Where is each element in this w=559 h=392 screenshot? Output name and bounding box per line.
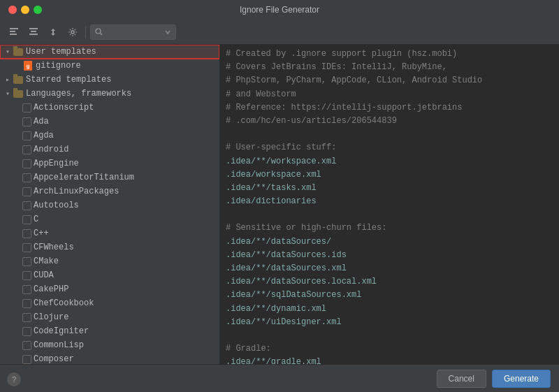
code-line: .idea/dictionaries bbox=[226, 195, 553, 208]
generate-button[interactable]: Generate bbox=[492, 370, 551, 388]
codeigniter-label: CodeIgniter bbox=[34, 326, 89, 336]
tree-item-appceleratortitanium[interactable]: AppceleratorTitanium bbox=[0, 170, 219, 184]
code-line: .idea/**/dataSources.ids bbox=[226, 249, 553, 262]
tree-item-gitignore[interactable]: g gitignore bbox=[0, 59, 219, 73]
folder-icon-user-templates bbox=[13, 46, 24, 57]
expand-all-button[interactable] bbox=[25, 24, 42, 41]
code-line: # User-specific stuff: bbox=[226, 141, 553, 154]
cfwheels-label: CFWheels bbox=[34, 242, 74, 252]
checkbox-appceleratortitanium[interactable] bbox=[22, 173, 31, 182]
tree-item-ada[interactable]: Ada bbox=[0, 115, 219, 129]
tree-item-android[interactable]: Android bbox=[0, 143, 219, 157]
checkbox-ada[interactable] bbox=[22, 117, 31, 126]
code-line: .idea/workspace.xml bbox=[226, 168, 553, 182]
checkbox-cakephp[interactable] bbox=[22, 285, 31, 294]
tree-item-agda[interactable]: Agda bbox=[0, 129, 219, 143]
tree-item-cfwheels[interactable]: CFWheels bbox=[0, 240, 219, 254]
code-line: .idea/**/sqlDataSources.xml bbox=[226, 289, 553, 302]
code-line: # Gradle: bbox=[226, 342, 553, 356]
code-line: .idea/**/tasks.xml bbox=[226, 182, 553, 195]
code-line: # Covers JetBrains IDEs: IntelliJ, RubyM… bbox=[226, 61, 553, 74]
checkbox-commonlisp[interactable] bbox=[22, 341, 31, 350]
search-input[interactable] bbox=[106, 27, 161, 37]
scroll-button[interactable] bbox=[45, 24, 61, 41]
tree-item-autotools[interactable]: Autotools bbox=[0, 198, 219, 212]
traffic-lights bbox=[8, 6, 42, 14]
checkbox-android[interactable] bbox=[22, 145, 31, 154]
tree-item-chefcookbook[interactable]: ChefCookbook bbox=[0, 296, 219, 310]
checkbox-cmake[interactable] bbox=[22, 257, 31, 266]
settings-button[interactable] bbox=[64, 24, 81, 41]
tree-item-cpp[interactable]: C++ bbox=[0, 226, 219, 240]
tree-item-c[interactable]: C bbox=[0, 212, 219, 226]
tree-item-languages[interactable]: Languages, frameworks bbox=[0, 87, 219, 101]
toolbar bbox=[0, 20, 559, 45]
tree-arrow-user-templates bbox=[3, 47, 13, 57]
cpp-label: C++ bbox=[34, 228, 49, 238]
code-line: .idea/**/gradle.xml bbox=[226, 356, 553, 364]
svg-rect-4 bbox=[31, 31, 36, 32]
checkbox-cuda[interactable] bbox=[22, 271, 31, 280]
code-line: # and Webstorm bbox=[226, 88, 553, 101]
cuda-label: CUDA bbox=[34, 270, 54, 280]
checkbox-c[interactable] bbox=[22, 215, 31, 224]
tree-item-user-templates[interactable]: User templates bbox=[0, 45, 219, 59]
cakephp-label: CakePHP bbox=[34, 284, 68, 294]
checkbox-cfwheels[interactable] bbox=[22, 243, 31, 252]
svg-rect-3 bbox=[29, 28, 38, 29]
checkbox-cpp[interactable] bbox=[22, 229, 31, 238]
checkbox-appengine[interactable] bbox=[22, 159, 31, 168]
tree-item-cakephp[interactable]: CakePHP bbox=[0, 282, 219, 296]
checkbox-clojure[interactable] bbox=[22, 313, 31, 322]
tree-item-appengine[interactable]: AppEngine bbox=[0, 157, 219, 170]
help-button[interactable]: ? bbox=[7, 372, 21, 386]
tree-item-cuda[interactable]: CUDA bbox=[0, 268, 219, 282]
clojure-label: Clojure bbox=[34, 312, 68, 322]
search-dropdown-icon[interactable] bbox=[164, 29, 171, 36]
tree-item-codeigniter[interactable]: CodeIgniter bbox=[0, 324, 219, 338]
appceleratortitanium-label: AppceleratorTitanium bbox=[34, 173, 134, 182]
chefcookbook-label: ChefCookbook bbox=[34, 298, 94, 308]
file-git-icon: g bbox=[22, 60, 34, 71]
maximize-button[interactable] bbox=[34, 6, 42, 14]
tree-item-clojure[interactable]: Clojure bbox=[0, 310, 219, 324]
main-container: User templates g gitignore Starred templ… bbox=[0, 20, 559, 392]
code-line: .idea/**/uiDesigner.xml bbox=[226, 316, 553, 329]
tree-item-commonlisp[interactable]: CommonLisp bbox=[0, 338, 219, 352]
appengine-label: AppEngine bbox=[34, 159, 79, 168]
composer-label: Composer bbox=[34, 354, 74, 364]
code-line bbox=[226, 208, 553, 222]
svg-rect-6 bbox=[52, 31, 54, 34]
search-icon bbox=[95, 28, 103, 36]
checkbox-autotools[interactable] bbox=[22, 201, 31, 210]
tree-item-starred-templates[interactable]: Starred templates bbox=[0, 73, 219, 87]
code-line: # Reference: https://intellij-support.je… bbox=[226, 101, 553, 115]
commonlisp-label: CommonLisp bbox=[34, 340, 84, 350]
languages-label: Languages, frameworks bbox=[26, 89, 131, 99]
search-box[interactable] bbox=[90, 24, 176, 40]
code-line: .idea/**/workspace.xml bbox=[226, 155, 553, 168]
checkbox-actionscript[interactable] bbox=[22, 103, 31, 112]
cancel-button[interactable]: Cancel bbox=[437, 370, 486, 388]
tree-arrow-starred bbox=[3, 75, 13, 85]
code-line bbox=[226, 128, 553, 141]
checkbox-codeigniter[interactable] bbox=[22, 327, 31, 336]
folder-icon-starred bbox=[13, 74, 24, 85]
c-label: C bbox=[34, 215, 38, 224]
checkbox-composer[interactable] bbox=[22, 355, 31, 364]
tree-item-archlinuxpackages[interactable]: ArchLinuxPackages bbox=[0, 184, 219, 198]
toolbar-divider bbox=[85, 26, 86, 38]
checkbox-agda[interactable] bbox=[22, 131, 31, 140]
svg-point-7 bbox=[71, 31, 74, 34]
collapse-all-button[interactable] bbox=[6, 24, 22, 41]
tree-item-composer[interactable]: Composer bbox=[0, 352, 219, 364]
tree-item-actionscript[interactable]: Actionscript bbox=[0, 101, 219, 115]
svg-line-9 bbox=[101, 34, 103, 36]
code-line: .idea/**/dynamic.xml bbox=[226, 303, 553, 316]
close-button[interactable] bbox=[8, 6, 17, 14]
tree-item-cmake[interactable]: CMake bbox=[0, 254, 219, 268]
svg-rect-1 bbox=[10, 31, 15, 32]
minimize-button[interactable] bbox=[21, 6, 29, 14]
checkbox-archlinuxpackages[interactable] bbox=[22, 187, 31, 196]
checkbox-chefcookbook[interactable] bbox=[22, 299, 31, 308]
